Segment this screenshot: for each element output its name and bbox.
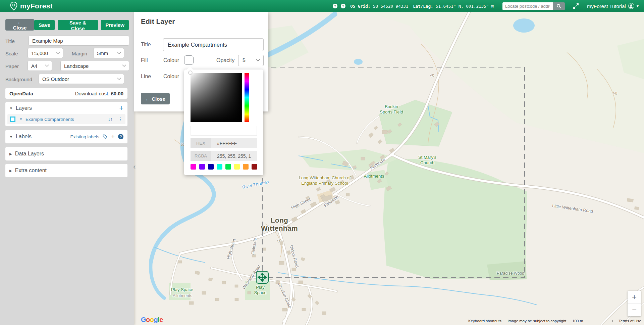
back-arrow-icon: ←	[145, 96, 150, 102]
extra-content-section-title: Extra content	[15, 168, 47, 174]
search-input[interactable]	[502, 2, 553, 10]
user-avatar-icon	[628, 3, 634, 9]
rgba-value[interactable]: 255, 255, 255, 1	[211, 153, 251, 159]
palette-swatch[interactable]	[191, 164, 196, 170]
extra-content-card[interactable]: ▶ Extra content	[5, 164, 127, 177]
help-icon[interactable]: ?	[333, 4, 337, 8]
palette-swatch[interactable]	[252, 164, 257, 170]
paper-size-select[interactable]: A4	[28, 61, 52, 71]
chevron-down-icon	[117, 50, 121, 54]
save-and-close-button[interactable]: Save & Close	[58, 20, 98, 30]
help-icon[interactable]: ?	[341, 4, 345, 8]
palette-swatch[interactable]	[234, 164, 240, 170]
close-button[interactable]: ← Close	[5, 19, 34, 31]
sort-layers-icon[interactable]: ↓↑	[108, 117, 113, 122]
opendata-card: OpenData Download cost: £0.00	[5, 88, 127, 99]
palette-swatch[interactable]	[199, 164, 205, 170]
postcode-search	[502, 2, 565, 10]
fill-colour-swatch[interactable]	[184, 55, 194, 65]
opacity-label: Opacity	[216, 57, 234, 63]
palette-swatch[interactable]	[243, 164, 249, 170]
scale-text: 100 m	[572, 319, 583, 323]
labels-card: ▼ Labels Existing labels + ?	[5, 130, 127, 143]
data-layers-section-title: Data Layers	[15, 151, 44, 157]
user-menu[interactable]: myForest Tutorial ▾	[587, 3, 639, 9]
sidebar-collapse-handle[interactable]: ‹	[133, 162, 136, 171]
picker-caret	[187, 66, 193, 69]
download-cost: Download cost: £0.00	[75, 91, 123, 96]
map-settings-sidebar: ← Close Save Save & Close Preview Title …	[0, 12, 134, 325]
hex-label: HEX	[191, 138, 211, 148]
fullscreen-icon	[572, 2, 580, 10]
layer-row[interactable]: ▼ Example Compartments ↓↑ ⋮	[7, 114, 125, 124]
preview-button[interactable]: Preview	[101, 20, 129, 30]
edit-layer-close-button[interactable]: ← Close	[141, 93, 170, 104]
zoom-out-button[interactable]: −	[628, 304, 641, 317]
hex-value[interactable]: #FFFFFF	[211, 141, 237, 146]
back-arrow-icon: ←	[17, 19, 22, 25]
add-layer-button[interactable]: +	[119, 104, 123, 112]
line-label: Line	[141, 74, 151, 80]
google-logo[interactable]: Google	[141, 316, 163, 324]
rgba-field: RGBA 255, 255, 255, 1	[191, 151, 257, 161]
saturation-cursor[interactable]	[188, 71, 193, 75]
search-icon	[556, 4, 561, 8]
fullscreen-button[interactable]	[572, 2, 580, 10]
current-colour-bar	[191, 126, 257, 136]
opacity-select[interactable]: 5	[238, 55, 264, 66]
palette-swatch[interactable]	[217, 164, 222, 170]
chevron-down-icon	[117, 76, 121, 80]
expand-triangle-icon[interactable]: ▶	[9, 169, 12, 173]
top-navbar: myForest ? ? OS Grid: SU 54520 94331 Lat…	[0, 0, 644, 12]
scale-bar	[589, 320, 612, 322]
layer-colour-swatch[interactable]	[10, 117, 15, 122]
expand-triangle-icon[interactable]: ▶	[9, 152, 12, 156]
tag-icon[interactable]	[103, 134, 108, 139]
app-root: Long WittenhamRiver ThamesBodkin Sports …	[0, 0, 644, 325]
logo-text: myForest	[20, 2, 53, 10]
os-grid-readout: OS Grid: SU 54520 94331	[350, 4, 408, 9]
fill-label: Fill	[141, 57, 148, 63]
existing-labels-link[interactable]: Existing labels	[70, 134, 99, 139]
fill-colour-label: Colour	[163, 57, 179, 63]
add-label-button[interactable]: +	[111, 134, 115, 140]
margin-label: Margin	[72, 51, 87, 56]
map-title-input[interactable]: Example Map	[29, 36, 129, 46]
chevron-down-icon	[45, 63, 49, 67]
saturation-field[interactable]	[191, 73, 242, 122]
opendata-label: OpenData	[9, 91, 33, 96]
keyboard-shortcuts-link[interactable]: Keyboard shortcuts	[468, 319, 501, 323]
terms-of-use-link[interactable]: Terms of Use	[619, 319, 641, 323]
scale-select[interactable]: 1:5,000	[28, 48, 63, 58]
hue-slider[interactable]	[245, 73, 249, 122]
layer-menu-icon[interactable]: ⋮	[118, 117, 123, 122]
search-button[interactable]	[553, 2, 565, 10]
labels-help-icon[interactable]: ?	[118, 134, 123, 139]
latlng-readout: Lat/Lng: 51.6451° N, 001.2135° W	[413, 4, 494, 9]
chevron-down-icon: ▾	[637, 4, 639, 8]
collapse-triangle-icon[interactable]: ▼	[19, 118, 22, 121]
zoom-in-button[interactable]: +	[628, 291, 641, 304]
paper-label: Paper	[5, 63, 19, 69]
orientation-select[interactable]: Landscape	[60, 61, 129, 71]
myforest-logo[interactable]: myForest	[10, 2, 53, 10]
map-zoom-control: + −	[628, 291, 641, 316]
collapse-triangle-icon[interactable]: ▼	[9, 135, 13, 139]
collapse-triangle-icon[interactable]: ▼	[9, 106, 13, 110]
background-select[interactable]: OS Outdoor	[39, 74, 124, 84]
map-title-label: Title	[5, 38, 15, 44]
map-attribution: Keyboard shortcuts Image may be subject …	[468, 319, 641, 323]
margin-select[interactable]: 5mm	[93, 48, 124, 58]
save-button[interactable]: Save	[34, 20, 55, 30]
layer-title-input[interactable]: Example Compartments	[163, 38, 264, 51]
chevron-down-icon	[56, 50, 60, 54]
hex-field: HEX #FFFFFF	[191, 138, 257, 148]
user-menu-label: myForest Tutorial	[587, 3, 626, 9]
palette-swatch[interactable]	[208, 164, 214, 170]
map-selection-move-handle[interactable]	[256, 271, 269, 284]
data-layers-card[interactable]: ▶ Data Layers	[5, 147, 127, 160]
palette-swatch[interactable]	[225, 164, 231, 170]
background-label: Background	[5, 77, 32, 82]
layer-name[interactable]: Example Compartments	[25, 117, 74, 122]
chevron-down-icon	[256, 58, 260, 61]
